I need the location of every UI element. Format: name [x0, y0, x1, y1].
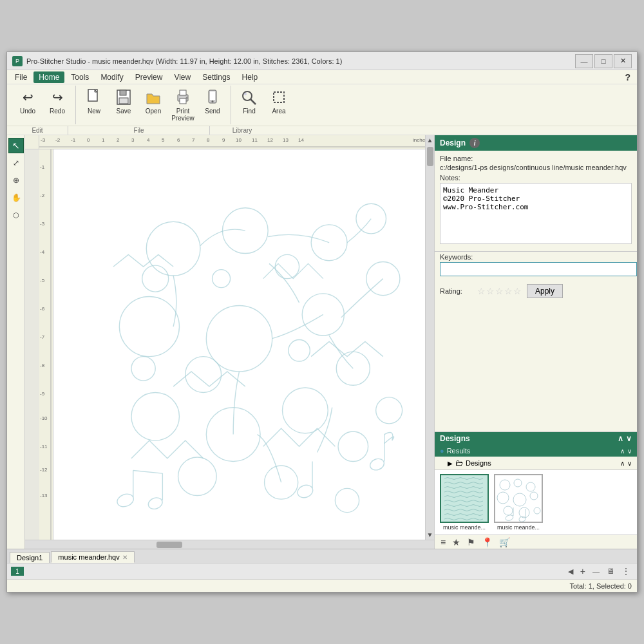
save-button[interactable]: Save — [109, 86, 138, 117]
music-meander-tab[interactable]: music meander.hqv ✕ — [51, 551, 134, 563]
thumbnail-image-1[interactable] — [440, 474, 489, 523]
scroll-down-arrow[interactable]: ▼ — [427, 531, 433, 538]
menu-file[interactable]: File — [10, 71, 32, 83]
notes-textarea[interactable]: Music Meander ©2020 Pro-Stitcher www.Pro… — [440, 183, 632, 244]
svg-text:6: 6 — [177, 137, 180, 143]
designs-section: Designs ∧ ∨ ● Results ∧ ∨ — [435, 431, 637, 549]
stamp-tool[interactable]: ⬡ — [8, 207, 24, 223]
zoom-tool[interactable]: ⊕ — [8, 173, 24, 188]
info-icon[interactable]: i — [469, 138, 480, 148]
menu-preview[interactable]: Preview — [130, 71, 168, 83]
remove-page-button[interactable]: — — [590, 566, 602, 576]
location-button[interactable]: 📍 — [480, 536, 495, 548]
star-4[interactable]: ☆ — [504, 286, 513, 296]
thumbnail-2[interactable]: music meande... — [493, 474, 544, 531]
more-options-button[interactable]: ⋮ — [619, 565, 633, 578]
open-icon — [144, 88, 162, 106]
help-question-button[interactable]: ? — [621, 72, 634, 82]
select-tool[interactable]: ↖ — [8, 138, 24, 153]
svg-text:11: 11 — [252, 137, 258, 143]
keywords-label: Keywords: — [440, 253, 637, 261]
close-tab-button[interactable]: ✕ — [122, 554, 128, 561]
svg-text:1: 1 — [102, 137, 105, 143]
print-icon — [174, 88, 192, 106]
app-icon: P — [12, 56, 23, 66]
close-button[interactable]: ✕ — [614, 54, 632, 68]
folder-expand-btn[interactable]: ∨ — [627, 460, 632, 467]
star-1[interactable]: ☆ — [477, 286, 486, 296]
svg-text:2: 2 — [117, 137, 120, 143]
hscroll-thumb[interactable] — [156, 542, 182, 548]
design-canvas[interactable]: .note-line { stroke: #a8d0d8; stroke-wid… — [53, 149, 425, 540]
ruler-corner — [25, 135, 39, 149]
folder-collapse-btn[interactable]: ∧ — [620, 460, 625, 467]
pan-tool[interactable]: ✋ — [8, 190, 24, 205]
window-controls: — □ ✕ — [575, 54, 632, 68]
designs-folder-label: Designs — [466, 459, 491, 467]
menu-help[interactable]: Help — [237, 71, 263, 83]
new-button[interactable]: New — [80, 86, 108, 117]
design-header-label: Design — [440, 138, 466, 147]
cart-button[interactable]: 🛒 — [497, 536, 512, 548]
monitor-button[interactable]: 🖥 — [604, 565, 617, 577]
designs-folder-item[interactable]: ▶ 🗁 Designs ∧ ∨ — [435, 457, 637, 469]
results-expand-icon[interactable]: ∨ — [627, 448, 632, 455]
find-button[interactable]: Find — [235, 86, 263, 117]
menu-modify[interactable]: Modify — [95, 71, 128, 83]
star-3[interactable]: ☆ — [495, 286, 504, 296]
results-label: Results — [447, 447, 471, 455]
maximize-button[interactable]: □ — [594, 54, 612, 68]
thumbnail-1[interactable]: music meande... — [439, 474, 490, 531]
svg-text:14: 14 — [298, 137, 304, 143]
svg-text:10: 10 — [236, 137, 242, 143]
svg-text:0: 0 — [87, 137, 90, 143]
horizontal-scrollbar[interactable] — [25, 540, 434, 549]
area-button[interactable]: Area — [265, 86, 293, 117]
add-page-button[interactable]: + — [578, 565, 588, 578]
list-view-button[interactable]: ≡ — [439, 536, 448, 548]
prev-nav-button[interactable]: ◀ — [565, 566, 576, 577]
star-filter-button[interactable]: ★ — [450, 536, 462, 548]
folder-expand-icon[interactable]: ▶ — [448, 460, 453, 467]
thumbnail-label-1: music meande... — [440, 524, 489, 531]
menu-tools[interactable]: Tools — [66, 71, 94, 83]
menu-settings[interactable]: Settings — [197, 71, 235, 83]
keywords-input[interactable] — [440, 262, 637, 276]
notes-label: Notes: — [440, 174, 632, 182]
menu-home[interactable]: Home — [33, 71, 64, 83]
svg-point-82 — [335, 488, 359, 512]
design-panel-header: Design i — [435, 135, 637, 151]
flag-button[interactable]: ⚑ — [465, 536, 477, 548]
scroll-up-arrow[interactable]: ▲ — [427, 137, 433, 144]
minimize-button[interactable]: — — [575, 54, 593, 68]
vertical-scrollbar[interactable]: ▲ ▼ — [425, 135, 434, 540]
star-rating[interactable]: ☆ ☆ ☆ ☆ ☆ — [477, 286, 522, 296]
designs-more-icon[interactable]: ∨ — [626, 434, 632, 443]
svg-text:5: 5 — [162, 137, 165, 143]
svg-point-64 — [185, 357, 222, 393]
star-2[interactable]: ☆ — [486, 286, 495, 296]
apply-button[interactable]: Apply — [527, 284, 563, 298]
open-button[interactable]: Open — [139, 86, 167, 117]
undo-icon: ↩ — [19, 88, 37, 106]
thumbnail-image-2[interactable] — [494, 474, 543, 523]
designs-expand-icon[interactable]: ∧ — [618, 434, 623, 443]
redo-button[interactable]: ↪ Redo — [43, 86, 71, 117]
star-5[interactable]: ☆ — [513, 286, 522, 296]
svg-rect-83 — [441, 475, 489, 523]
results-collapse-icon[interactable]: ∧ — [620, 448, 625, 455]
send-button[interactable]: Send — [198, 86, 227, 117]
svg-point-65 — [336, 352, 370, 385]
notes-row: Notes: Music Meander ©2020 Pro-Stitcher … — [440, 174, 632, 246]
menu-view[interactable]: View — [169, 71, 196, 83]
ruler-top: -3 -2 -1 0 1 2 3 4 5 6 7 8 9 — [39, 135, 425, 149]
scroll-thumb[interactable] — [427, 147, 433, 166]
svg-point-12 — [243, 91, 252, 100]
thumbnails-area: music meande... — [435, 470, 637, 535]
undo-button[interactable]: ↩ Undo — [14, 86, 42, 117]
node-edit-tool[interactable]: ⤢ — [8, 155, 24, 171]
rating-row: Rating: ☆ ☆ ☆ ☆ ☆ Apply — [440, 284, 632, 298]
print-button[interactable]: PrintPreview — [169, 86, 197, 124]
results-item[interactable]: ● Results ∧ ∨ — [435, 445, 637, 457]
design1-tab[interactable]: Design1 — [10, 552, 50, 563]
